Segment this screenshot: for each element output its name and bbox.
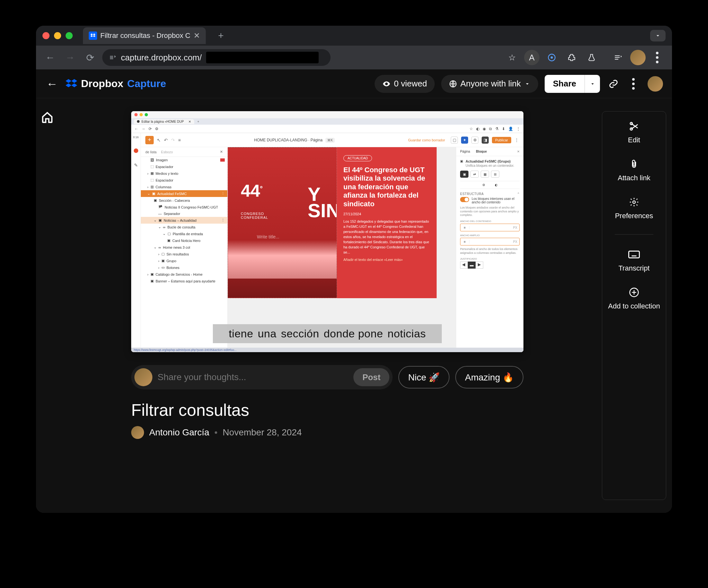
browser-menu-button[interactable] [650,50,666,65]
cursor-icon: ↖ [157,137,161,143]
visibility-dropdown[interactable]: Anyone with link [441,75,538,93]
editor-canvas: ▣⠿↔≡＋⋮ 44º CONGRESO CONFEDERAL Y SIN Wri… [228,147,456,351]
dropbox-logo-icon [66,78,77,90]
browser-tab[interactable]: Filtrar consultas - Dropbox C ✕ [83,27,206,44]
inner-titlebar [131,111,524,118]
home-icon[interactable] [41,111,53,513]
publish-button: Publicar [492,137,511,143]
extension-a-icon[interactable]: A [524,50,539,65]
extension-eye-icon[interactable] [544,50,559,65]
gear-icon: ⚙ [471,136,478,144]
new-tab-button[interactable]: + [214,29,228,42]
record-icon [134,149,138,153]
close-tab-icon[interactable]: ✕ [194,31,200,40]
window-controls [42,32,73,39]
share-button[interactable]: Share [545,75,585,93]
right-panel: Edit Attach link Preferences [596,98,672,513]
comment-avatar [135,368,152,386]
hero-image: 44º CONGRESO CONFEDERAL Y SIN Write titl… [228,147,337,298]
user-avatar[interactable] [648,76,663,92]
gear-icon [628,196,640,208]
tree-item: 🏴Noticias II Congreso FeSMC-UGT [141,204,227,211]
minimize-window[interactable] [54,32,61,39]
share-button-group: Share [545,75,600,93]
save-draft-link: Guardar como borrador [408,138,445,142]
url-redacted [206,52,319,63]
browser-window: Filtrar consultas - Dropbox C ✕ + ← → ⟳ … [36,26,672,513]
app-back-button[interactable]: ← [45,77,59,91]
actions-panel: Edit Attach link Preferences [602,111,666,500]
viewed-pill[interactable]: 0 viewed [375,75,435,93]
preferences-action[interactable]: Preferences [615,196,653,220]
tree-item: ⌄∞Home news 3 col [141,244,227,251]
inner-addressbar: ←→⟳⚙ ☆◐◉⧉⚗⬇👤⋮ [131,125,524,133]
react-nice-button[interactable]: Nice 🚀 [399,366,449,389]
video-thumbnail[interactable]: Editar la página «HOME DUP✕ + ←→⟳⚙ ☆◐◉⧉⚗… [131,111,524,352]
hero-link: Añadir el texto del enlace «Leer más» [344,258,430,261]
list-icon: ≡ [178,137,181,143]
reading-list-icon[interactable] [610,50,626,65]
app-header: ← Dropbox Capture 0 viewed Anyone with l… [36,69,672,98]
reload-button[interactable]: ⟳ [82,50,98,65]
visibility-text: Anyone with link [461,79,521,89]
svg-rect-6 [628,251,639,258]
bookmark-star-icon[interactable]: ☆ [504,50,520,65]
more-menu-button[interactable] [627,77,641,91]
capture-title: Filtrar consultas [131,400,524,420]
tree-item: ⬚Espaciador [141,163,227,170]
maximize-window[interactable] [66,32,73,39]
post-button[interactable]: Post [353,368,389,386]
caption-overlay: tiene una sección donde pone noticias [213,324,442,343]
omnibox[interactable]: capture.dropbox.com/ [102,49,330,66]
tree-item: ›▢Sin resultados [141,251,227,257]
inner-body: 0:16 ✎ + ↖ ↶ ↷ ≡ [131,133,524,351]
capture-date: November 28, 2024 [223,427,302,438]
add-collection-action[interactable]: Add to collection [608,287,660,310]
tree-item: ›▥Columnas [141,183,227,190]
chevron-down-icon [524,81,531,87]
tree-item: ⬚Espaciador [141,177,227,183]
address-bar: ← → ⟳ capture.dropbox.com/ ☆ A [36,45,672,69]
svg-point-5 [633,201,635,204]
labs-icon[interactable] [584,50,599,65]
react-amazing-button[interactable]: Amazing 🔥 [455,366,524,389]
tree-item: ›▦Medios y texto [141,170,227,177]
inspector-panel: Página Bloque ✕ ▣ Actualidad FeS [456,147,524,351]
inner-status-bar: https://www.fesmcugt.org/wp/wp-admin/pos… [131,348,524,352]
sidebar-icon: ◨ [482,136,489,144]
tree-item: ›▣Grupo [141,257,227,264]
tabs-dropdown-button[interactable] [650,30,666,41]
titlebar: Filtrar consultas - Dropbox C ✕ + [36,26,672,45]
hero-block: 44º CONGRESO CONFEDERAL Y SIN Write titl… [228,147,456,298]
forward-button[interactable]: → [62,50,78,65]
keyboard-icon [628,249,640,260]
hero-date: 27/11/2024 [344,212,430,216]
eye-icon [382,80,391,88]
author-avatar [131,426,144,439]
tree-item: ▣Card Noticia Hero [141,237,227,244]
device-icon: ▢ [451,136,458,144]
author-name: Antonio García [149,427,209,438]
dropbox-favicon-icon [89,31,97,40]
paperclip-icon [628,158,640,170]
tab-title: Filtrar consultas - Dropbox C [100,31,190,40]
link-icon[interactable] [607,77,621,91]
transcript-action[interactable]: Transcript [619,249,650,273]
profile-avatar[interactable] [630,50,646,65]
center-column: Editar la página «HOME DUP✕ + ←→⟳⚙ ☆◐◉⧉⚗… [59,98,596,513]
share-dropdown-button[interactable] [585,75,600,93]
hero-headline: El 44º Congreso de UGT visibiliza la sol… [344,166,430,208]
tree-item: ›▭Botones [141,264,227,271]
app-logo[interactable]: Dropbox Capture [66,78,166,90]
tree-item-hover: ⌄▣Noticias – Actualidad⋮ [141,217,227,224]
attach-link-action[interactable]: Attach link [618,158,650,182]
hero-body: Los 152 delegados y delegadas que han re… [344,219,430,255]
comment-input[interactable] [157,372,348,382]
logo-dropbox-text: Dropbox [81,78,123,90]
viewed-text: 0 viewed [394,79,427,89]
globe-icon [449,80,457,88]
edit-action[interactable]: Edit [628,121,640,144]
extensions-icon[interactable] [564,50,580,65]
close-window[interactable] [42,32,50,39]
back-button[interactable]: ← [42,50,58,65]
